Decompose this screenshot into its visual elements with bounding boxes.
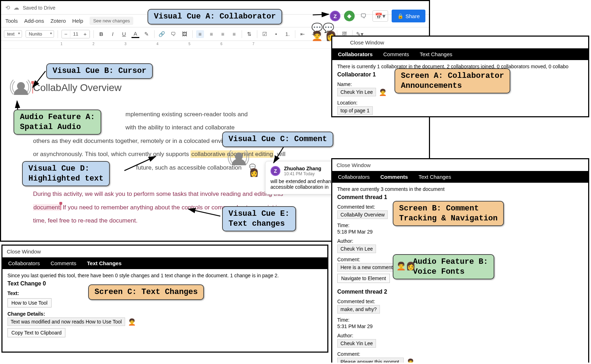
comment-icon[interactable]: 🗨 xyxy=(170,30,177,38)
number-list-icon[interactable]: 1. xyxy=(284,30,291,38)
collab-location: top of page 1 xyxy=(337,106,373,115)
tab-collaborators[interactable]: Collaborators xyxy=(338,174,370,180)
menu-help[interactable]: Help xyxy=(72,18,83,24)
collaborator-avatar-anon[interactable]: ◆ xyxy=(344,11,355,21)
details-label: Change Details: xyxy=(7,311,322,317)
thread2-comment: Please answer this prompt. xyxy=(337,358,404,363)
panel-tabs: Collaborators Comments Text Changes xyxy=(332,48,588,60)
panel-b-summary: There are currently 3 comments in the do… xyxy=(337,186,583,192)
panel-tabs: Collaborators Comments Text Changes xyxy=(332,171,588,183)
tab-comments[interactable]: Comments xyxy=(383,51,409,57)
commented-text-label: Commented text: xyxy=(337,299,583,304)
thread2-time: 5:31 PM Mar 29 xyxy=(337,323,583,329)
callout-sc-b: Screen B: Comment Tracking & Navigation xyxy=(393,201,504,226)
copy-to-clipboard-button[interactable]: Copy Text to Clipboard xyxy=(7,328,65,337)
comments-history-icon[interactable]: 🗨 xyxy=(358,11,369,21)
callout-sc-a: Screen A: Collaborator Announcements xyxy=(394,68,510,93)
panel-tabs: Collaborators Comments Text Changes xyxy=(2,257,327,269)
increase-font-icon[interactable]: + xyxy=(81,30,90,38)
callout-vc-d: Visual Cue D: Highlighted text xyxy=(22,161,110,186)
font-size-stepper[interactable]: − 11 + xyxy=(61,30,90,38)
align-left-icon[interactable]: ≡ xyxy=(196,30,204,38)
callout-af-a: Audio Feature A: Spatial Audio xyxy=(14,109,101,135)
spatial-audio-icon xyxy=(14,80,28,90)
callout-sc-c: Screen C: Text Changes xyxy=(88,284,204,300)
collab-name: Cheuk Yin Lee xyxy=(337,88,376,96)
tab-comments[interactable]: Comments xyxy=(50,260,76,266)
tab-collaborators[interactable]: Collaborators xyxy=(338,51,373,57)
tab-text-changes[interactable]: Text Changes xyxy=(419,174,451,180)
comment-label: Comment: xyxy=(337,351,583,357)
close-window-link[interactable]: Close Window xyxy=(2,246,327,257)
italic-icon[interactable]: I xyxy=(109,30,117,38)
image-icon[interactable]: 🖼 xyxy=(181,30,189,38)
saved-status: Saved to Drive xyxy=(23,5,55,11)
bold-icon[interactable]: B xyxy=(97,30,105,38)
underline-icon[interactable]: U xyxy=(120,30,128,38)
comment-author-avatar: Z xyxy=(270,166,280,176)
history-icon[interactable]: ⟲ xyxy=(5,4,10,11)
text-change-value[interactable]: How to Use Tool xyxy=(7,298,52,307)
thread1-time: 5:18 PM Mar 29 xyxy=(337,229,583,235)
font-dropdown[interactable]: Nunito xyxy=(26,30,54,38)
align-justify-icon[interactable]: ≡ xyxy=(230,30,238,38)
text-color-icon[interactable]: A xyxy=(131,30,139,38)
comment-author: Zhuohao Zhang xyxy=(284,166,321,171)
topright-controls: Z ◆ 🗨 📅▾ Share xyxy=(330,10,425,22)
voice-faces-icon: 🧑‍🦱👩 xyxy=(396,262,415,271)
share-button[interactable]: Share xyxy=(392,10,425,22)
close-window-link[interactable]: Close Window xyxy=(332,37,588,48)
thread2-author: Cheuk Yin Lee xyxy=(337,339,376,348)
decrease-indent-icon[interactable]: ⇤ xyxy=(299,30,307,38)
callout-vc-b: Visual Cue B: Cursor xyxy=(46,63,153,79)
line-spacing-icon[interactable]: ⇅ xyxy=(246,30,253,38)
menu-zotero[interactable]: Zotero xyxy=(50,18,66,24)
comment-time: 10:41 PM Today xyxy=(284,171,321,176)
text-change-details: Text was modified and now reads How to U… xyxy=(7,317,125,326)
link-icon[interactable]: 🔗 xyxy=(158,30,166,38)
close-window-link[interactable]: Close Window xyxy=(332,159,588,171)
thread2-heading: Comment thread 2 xyxy=(337,289,583,295)
callout-vc-c: Visual Cue C: Comment xyxy=(222,132,333,147)
voice-face-icon: 🧑‍🦱 xyxy=(128,318,136,326)
style-dropdown[interactable]: text xyxy=(4,30,22,38)
time-label: Time: xyxy=(337,317,583,323)
callout-vc-a: Visual Cue A: Collaborator xyxy=(147,9,282,25)
thread1-commented-text: CollabAlly Overview xyxy=(337,210,388,219)
collaborator-avatar-z[interactable]: Z xyxy=(330,11,340,21)
nav-to-element-button[interactable]: Navigate to Element xyxy=(337,274,390,283)
menu-addons[interactable]: Add-ons xyxy=(24,18,44,24)
callout-vc-e: Visual Cue E: Text changes xyxy=(222,206,296,231)
thread2-commented-text: make, and why? xyxy=(337,305,380,314)
panel-c-summary: Since you last queried this tool, there … xyxy=(7,273,322,278)
thread1-heading: Comment thread 1 xyxy=(337,194,583,200)
location-label: Location: xyxy=(337,100,583,106)
spatial-audio-icon-2 xyxy=(231,150,246,160)
cloud-icon: ☁ xyxy=(14,4,19,11)
voice-face-icon: 🧑‍🦱 xyxy=(379,89,387,96)
tab-comments[interactable]: Comments xyxy=(380,174,408,180)
align-right-icon[interactable]: ≡ xyxy=(219,30,227,38)
panel-c-body: Since you last queried this tool, there … xyxy=(2,269,327,340)
thread1-author: Cheuk Yin Lee xyxy=(337,245,376,253)
bullet-list-icon[interactable]: • xyxy=(272,30,280,38)
author-label: Author: xyxy=(337,238,583,244)
highlight-icon[interactable]: ✎ xyxy=(143,30,151,38)
voice-face-icon: 🧑‍🦱 xyxy=(407,359,414,363)
collaborator-cursor xyxy=(32,83,33,93)
see-changes-chip[interactable]: See new changes xyxy=(90,17,133,25)
align-center-icon[interactable]: ≡ xyxy=(208,30,215,38)
checklist-icon[interactable]: ☑ xyxy=(261,30,269,38)
present-dropdown[interactable]: 📅▾ xyxy=(372,10,388,22)
collabally-voice-icon: 💬 👩 xyxy=(249,164,259,176)
tab-collaborators[interactable]: Collaborators xyxy=(8,260,40,266)
decrease-font-icon[interactable]: − xyxy=(62,30,70,38)
menu-tools[interactable]: Tools xyxy=(5,18,18,24)
tab-text-changes[interactable]: Text Changes xyxy=(87,260,122,266)
author-label: Author: xyxy=(337,333,583,338)
tab-text-changes[interactable]: Text Changes xyxy=(420,51,452,57)
